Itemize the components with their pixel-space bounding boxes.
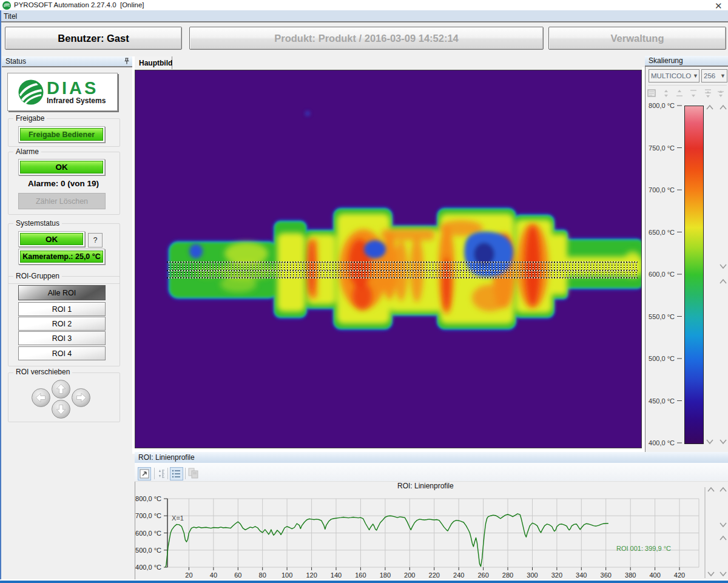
svg-text:750,0 °C: 750,0 °C <box>649 144 675 152</box>
svg-text:340: 340 <box>576 571 587 579</box>
svg-text:160: 160 <box>355 571 366 579</box>
svg-text:200: 200 <box>404 571 415 579</box>
svg-text:280: 280 <box>502 571 513 579</box>
svg-text:320: 320 <box>551 571 562 579</box>
svg-text:600,0 °C: 600,0 °C <box>135 530 161 537</box>
svg-text:180: 180 <box>380 571 391 579</box>
svg-text:120: 120 <box>306 571 317 579</box>
svg-text:400,0 °C: 400,0 °C <box>649 439 675 447</box>
svg-text:420: 420 <box>674 571 685 579</box>
svg-text:X=1: X=1 <box>172 514 184 522</box>
svg-text:800,0 °C: 800,0 °C <box>135 495 161 502</box>
svg-text:100: 100 <box>281 571 292 579</box>
svg-text:300: 300 <box>527 571 538 579</box>
svg-text:80: 80 <box>259 571 266 579</box>
svg-text:20: 20 <box>185 571 192 579</box>
svg-text:700,0 °C: 700,0 °C <box>135 512 161 519</box>
svg-text:40: 40 <box>210 571 217 579</box>
svg-text:360: 360 <box>601 571 612 579</box>
svg-text:400,0 °C: 400,0 °C <box>135 564 161 571</box>
svg-text:550,0 °C: 550,0 °C <box>649 313 675 320</box>
svg-text:400: 400 <box>649 571 660 579</box>
svg-text:450,0 °C: 450,0 °C <box>649 397 675 405</box>
svg-text:240: 240 <box>453 571 464 579</box>
svg-text:ROI 001: 399,9 °C: ROI 001: 399,9 °C <box>616 545 671 552</box>
svg-text:220: 220 <box>429 571 440 579</box>
svg-text:260: 260 <box>477 571 488 579</box>
svg-text:140: 140 <box>331 571 342 579</box>
svg-text:600,0 °C: 600,0 °C <box>649 271 675 278</box>
svg-text:650,0 °C: 650,0 °C <box>649 229 675 236</box>
svg-text:380: 380 <box>625 571 636 579</box>
svg-text:800,0 °C: 800,0 °C <box>649 102 675 109</box>
svg-text:700,0 °C: 700,0 °C <box>649 186 675 194</box>
svg-text:60: 60 <box>234 571 241 579</box>
svg-text:500,0 °C: 500,0 °C <box>135 547 161 554</box>
svg-text:500,0 °C: 500,0 °C <box>649 355 675 362</box>
